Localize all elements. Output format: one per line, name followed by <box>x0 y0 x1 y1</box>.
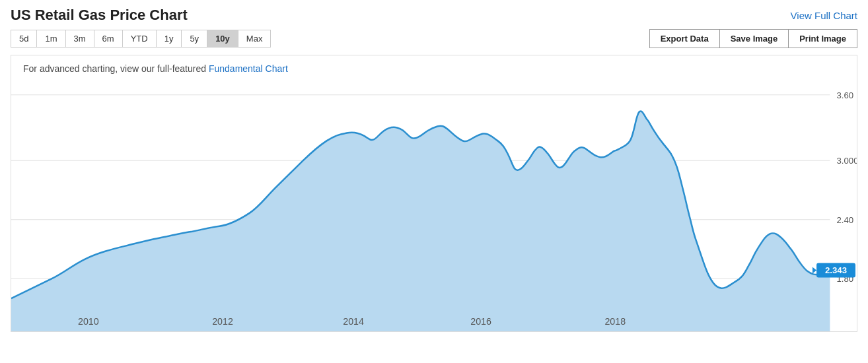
svg-text:2016: 2016 <box>470 316 491 327</box>
time-btn-5y[interactable]: 5y <box>182 30 207 47</box>
time-btn-ytd[interactable]: YTD <box>123 30 157 47</box>
svg-text:3.000: 3.000 <box>837 156 857 166</box>
svg-text:2012: 2012 <box>212 316 233 327</box>
chart-area: For advanced charting, view our full-fea… <box>11 55 857 332</box>
time-btn-5d[interactable]: 5d <box>11 30 37 47</box>
time-btn-1y[interactable]: 1y <box>157 30 182 47</box>
action-btn-print-image[interactable]: Print Image <box>789 30 857 48</box>
time-btn-6m[interactable]: 6m <box>94 30 123 47</box>
svg-text:2.343: 2.343 <box>825 266 847 276</box>
svg-text:2.40: 2.40 <box>837 215 854 225</box>
chart-title: US Retail Gas Price Chart <box>11 7 188 24</box>
svg-text:3.60: 3.60 <box>837 90 854 100</box>
svg-text:2010: 2010 <box>78 316 99 327</box>
time-btn-10y[interactable]: 10y <box>207 30 238 47</box>
action-btn-save-image[interactable]: Save Image <box>720 30 789 48</box>
fundamental-chart-link[interactable]: Fundamental Chart <box>209 63 288 74</box>
action-btn-export-data[interactable]: Export Data <box>650 30 720 48</box>
action-buttons-group: Export DataSave ImagePrint Image <box>649 29 857 48</box>
time-btn-3m[interactable]: 3m <box>66 30 94 47</box>
svg-text:2018: 2018 <box>604 316 626 327</box>
time-btn-max[interactable]: Max <box>238 30 271 47</box>
chart-note: For advanced charting, view our full-fea… <box>23 63 288 74</box>
svg-text:2014: 2014 <box>343 316 364 327</box>
chart-svg: 2010 2012 2014 2016 2018 3.60 3.000 2.40… <box>11 55 857 331</box>
time-btn-1m[interactable]: 1m <box>37 30 65 47</box>
time-range-buttons: 5d1m3m6mYTD1y5y10yMax <box>11 30 271 48</box>
view-full-chart-link[interactable]: View Full Chart <box>791 10 857 21</box>
svg-marker-15 <box>813 267 816 273</box>
